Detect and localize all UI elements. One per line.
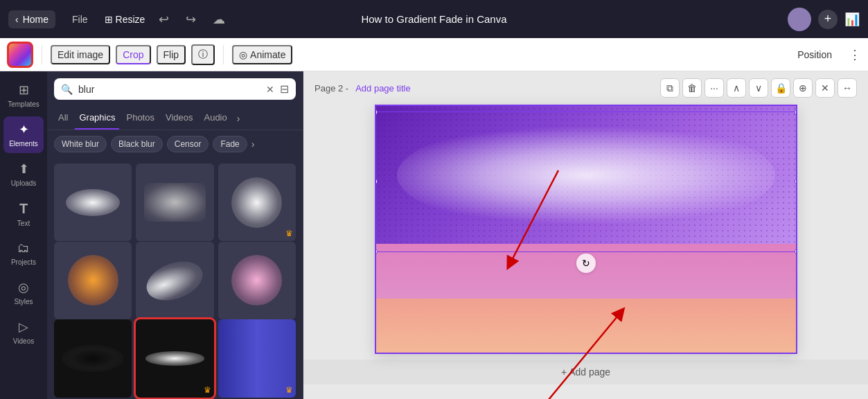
search-icon: 🔍 [61,84,73,95]
graphic-item-1[interactable] [54,163,132,241]
text-icon: T [19,201,28,217]
white-blur-overlay [397,120,775,231]
top-navbar: ‹ Home File ⊞ Resize ↩ ↪ ☁ How to Gradie… [0,0,868,38]
edit-image-button[interactable]: Edit image [51,45,110,64]
toolbar-divider-1 [42,45,42,64]
sidebar-item-text[interactable]: T Text [3,195,44,233]
tag-more-button[interactable]: › [251,139,255,150]
flip-button[interactable]: Flip [157,45,186,64]
resize-label: Resize [116,14,145,25]
canvas-area: Page 2 - Add page title ⧉ 🗑 ··· ∧ ∨ 🔒 ⊕ … [303,71,868,399]
crown-icon-3: ♛ [285,229,293,238]
graphic-item-5[interactable] [136,242,213,319]
panel-collapse-button[interactable]: ‹ [297,236,303,263]
tag-white-blur[interactable]: White blur [54,136,107,152]
nav-right-controls: + 📊 [788,8,860,31]
color-swatch-button[interactable] [7,42,33,68]
graphic-item-7[interactable] [54,319,132,397]
panel-tabs: All Graphics Photos Videos Audio › [47,107,303,130]
refresh-icon[interactable]: ↻ [576,254,596,273]
diagonal-blur [141,254,208,307]
add-page-title-link[interactable]: Add page title [355,83,411,94]
move-page-up-button[interactable]: ∧ [727,78,746,98]
tab-photos[interactable]: Photos [122,107,158,130]
home-button[interactable]: ‹ Home [8,10,55,28]
graphic-item-2[interactable] [136,163,213,241]
sidebar-item-projects[interactable]: 🗂 Projects [3,236,44,272]
sidebar-item-elements[interactable]: ✦ Elements [3,116,44,153]
main-layout: ⊞ Templates ✦ Elements ⬆ Uploads T Text … [0,71,868,399]
white-line-blur [145,351,204,365]
search-input[interactable] [78,84,260,95]
resize-button[interactable]: ⊞ Resize [105,14,145,25]
sidebar-label-text: Text [17,220,30,227]
animate-icon: ◎ [239,49,247,60]
dark-oval-blur [62,345,124,372]
more-options-icon[interactable]: ⋮ [849,47,861,62]
left-sidebar: ⊞ Templates ✦ Elements ⬆ Uploads T Text … [0,71,47,399]
crop-button[interactable]: Crop [116,45,150,64]
tab-videos[interactable]: Videos [161,107,197,130]
sidebar-label-projects: Projects [11,258,36,266]
graphic-item-6[interactable] [218,242,296,319]
graphic-item-4[interactable] [54,242,132,319]
tabs-more-button[interactable]: › [234,107,243,130]
filter-icon[interactable]: ⊟ [280,82,289,96]
chevron-left-icon: ‹ [15,14,19,25]
position-button[interactable]: Position [792,46,838,63]
tag-black-blur[interactable]: Black blur [111,136,163,152]
tag-fade[interactable]: Fade [213,136,247,152]
salmon-gradient-layer [376,299,796,353]
tag-censor[interactable]: Censor [167,136,209,152]
delete-page-button[interactable]: 🗑 [682,78,702,98]
videos-icon: ▷ [19,319,28,335]
graphic-item-3[interactable]: ♛ [218,163,296,241]
move-page-down-button[interactable]: ∨ [749,78,768,98]
sidebar-item-videos[interactable]: ▷ Videos [3,314,44,351]
expand-page-button[interactable]: ↔ [838,78,857,98]
file-menu[interactable]: File [67,10,94,28]
styles-icon: ◎ [18,280,29,295]
redo-button[interactable]: ↪ [183,12,199,27]
tag-row: White blur Black blur Censor Fade › [47,130,303,158]
gray-rect-blur [144,183,206,222]
clear-search-button[interactable]: ✕ [266,84,274,95]
add-page-bar[interactable]: + Add page [303,360,868,384]
tab-all[interactable]: All [54,107,72,130]
sidebar-label-styles: Styles [14,298,33,305]
toolbar-divider-2 [223,45,224,64]
sidebar-item-templates[interactable]: ⊞ Templates [3,77,44,114]
duplicate-page-button[interactable]: ⧉ [660,78,680,98]
tab-graphics[interactable]: Graphics [75,107,119,130]
templates-icon: ⊞ [19,82,29,98]
page-header: Page 2 - Add page title ⧉ 🗑 ··· ∧ ∨ 🔒 ⊕ … [303,71,868,105]
pink-circle-blur [231,255,282,305]
sidebar-label-elements: Elements [9,140,38,148]
sidebar-label-uploads: Uploads [11,179,37,187]
info-button[interactable]: ⓘ [191,44,215,65]
sidebar-label-templates: Templates [8,100,39,108]
graphics-grid: ♛ ♛ ♛ [47,158,303,399]
home-label: Home [23,14,48,25]
tab-audio[interactable]: Audio [200,107,231,130]
copy-page-button[interactable]: ⊕ [793,78,813,98]
uploads-icon: ⬆ [19,161,29,177]
avatar[interactable] [788,8,811,31]
graphic-item-8[interactable]: ♛ [136,319,213,397]
elements-panel: 🔍 ✕ ⊟ All Graphics Photos Videos Audio ›… [47,71,303,399]
white-oval-blur [66,189,121,216]
crown-icon-8: ♛ [204,385,211,395]
chart-icon[interactable]: 📊 [844,12,860,27]
share-button[interactable]: + [818,10,838,29]
sidebar-item-styles[interactable]: ◎ Styles [3,274,44,311]
graphic-item-9[interactable]: ♛ [218,319,296,397]
canvas-page[interactable]: ↻ ↻ [375,105,797,354]
trash-page-button[interactable]: ✕ [815,78,835,98]
animate-button[interactable]: ◎ Animate [232,45,292,64]
search-bar: 🔍 ✕ ⊟ [54,78,296,100]
undo-button[interactable]: ↩ [156,12,172,27]
lock-page-button[interactable]: 🔒 [771,78,790,98]
more-page-options-button[interactable]: ··· [705,78,724,98]
image-toolbar: Edit image Crop Flip ⓘ ◎ Animate Positio… [0,38,868,71]
sidebar-item-uploads[interactable]: ⬆ Uploads [3,156,44,193]
